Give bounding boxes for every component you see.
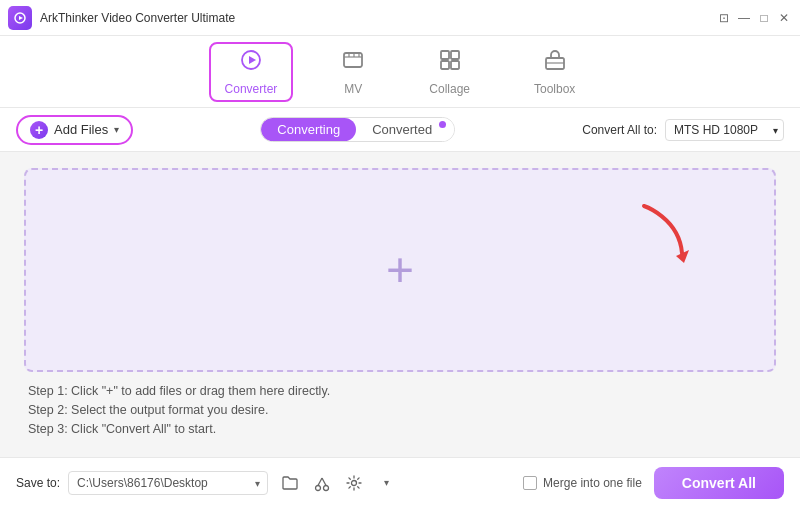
steps-section: Step 1: Click "+" to add files or drag t… <box>24 384 776 441</box>
mv-label: MV <box>344 82 362 96</box>
toolbox-label: Toolbox <box>534 82 575 96</box>
title-bar-left: ArkThinker Video Converter Ultimate <box>8 6 235 30</box>
svg-point-16 <box>316 485 321 490</box>
format-select[interactable]: MTS HD 1080P <box>665 119 784 141</box>
drop-zone[interactable]: + <box>24 168 776 372</box>
add-files-button[interactable]: + Add Files ▾ <box>16 115 133 145</box>
bottom-icons: ▾ <box>276 469 400 497</box>
nav-item-collage[interactable]: Collage <box>413 42 486 102</box>
window-controls[interactable]: ⊡ — □ ✕ <box>716 10 792 26</box>
convert-all-to-label: Convert All to: <box>582 123 657 137</box>
convert-all-to-section: Convert All to: MTS HD 1080P <box>582 119 784 141</box>
merge-checkbox-area[interactable]: Merge into one file <box>523 476 642 490</box>
nav-item-toolbox[interactable]: Toolbox <box>518 42 591 102</box>
save-to-label: Save to: <box>16 476 60 490</box>
arrow-indicator <box>634 198 694 272</box>
nav-item-mv[interactable]: MV <box>325 42 381 102</box>
svg-marker-1 <box>19 16 23 20</box>
drop-zone-plus: + <box>386 246 414 294</box>
right-actions: Merge into one file Convert All <box>523 467 784 499</box>
mv-icon <box>341 48 365 78</box>
merge-label: Merge into one file <box>543 476 642 490</box>
svg-rect-9 <box>441 51 449 59</box>
converter-icon <box>239 48 263 78</box>
window-close-icon[interactable]: ✕ <box>776 10 792 26</box>
add-files-label: Add Files <box>54 122 108 137</box>
svg-rect-12 <box>451 61 459 69</box>
tab-group: Converting Converted <box>260 117 455 142</box>
svg-line-18 <box>318 478 322 486</box>
folder-icon-button[interactable] <box>276 469 304 497</box>
toolbar-row: + Add Files ▾ Converting Converted Conve… <box>0 108 800 152</box>
app-title: ArkThinker Video Converter Ultimate <box>40 11 235 25</box>
window-maximize-icon[interactable]: □ <box>756 10 772 26</box>
nav-bar: Converter MV Collage <box>0 36 800 108</box>
save-path-input[interactable] <box>68 471 268 495</box>
collage-label: Collage <box>429 82 470 96</box>
window-minimize-icon[interactable]: — <box>736 10 752 26</box>
save-path-wrapper[interactable] <box>68 471 268 495</box>
save-to-section: Save to: <box>16 469 400 497</box>
svg-rect-11 <box>441 61 449 69</box>
svg-point-17 <box>324 485 329 490</box>
step-3: Step 3: Click "Convert All" to start. <box>28 422 772 436</box>
step-1: Step 1: Click "+" to add files or drag t… <box>28 384 772 398</box>
step-2: Step 2: Select the output format you des… <box>28 403 772 417</box>
nav-item-converter[interactable]: Converter <box>209 42 294 102</box>
svg-rect-10 <box>451 51 459 59</box>
tab-converting[interactable]: Converting <box>261 118 356 141</box>
convert-all-button[interactable]: Convert All <box>654 467 784 499</box>
merge-checkbox[interactable] <box>523 476 537 490</box>
cut-icon-button[interactable] <box>308 469 336 497</box>
format-select-wrapper[interactable]: MTS HD 1080P <box>665 119 784 141</box>
more-settings-dropdown[interactable]: ▾ <box>372 469 400 497</box>
svg-marker-3 <box>249 56 256 64</box>
main-content: + Step 1: Click "+" to add files or drag… <box>0 152 800 457</box>
window-menu-icon[interactable]: ⊡ <box>716 10 732 26</box>
title-bar: ArkThinker Video Converter Ultimate ⊡ — … <box>0 0 800 36</box>
svg-line-19 <box>322 478 326 486</box>
app-icon <box>8 6 32 30</box>
collage-icon <box>438 48 462 78</box>
add-files-dropdown-arrow[interactable]: ▾ <box>114 124 119 135</box>
svg-point-20 <box>352 480 357 485</box>
converted-dot <box>439 121 446 128</box>
bottom-bar: Save to: <box>0 457 800 507</box>
toolbox-icon <box>543 48 567 78</box>
settings-icon-button[interactable] <box>340 469 368 497</box>
tab-converted[interactable]: Converted <box>356 118 454 141</box>
converter-label: Converter <box>225 82 278 96</box>
add-plus-icon: + <box>30 121 48 139</box>
tab-converted-label: Converted <box>372 122 432 137</box>
